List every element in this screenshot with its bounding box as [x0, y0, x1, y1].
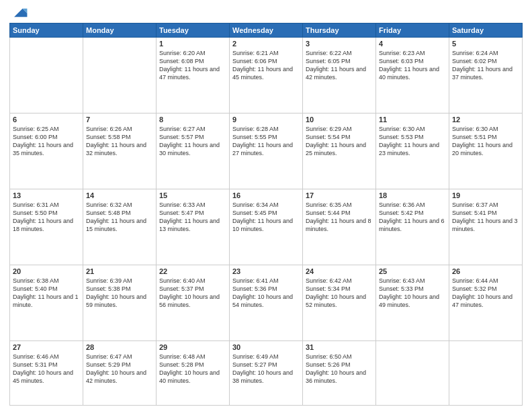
day-number: 2 — [232, 40, 300, 48]
day-number: 30 — [232, 343, 300, 351]
day-info: Sunrise: 6:39 AM Sunset: 5:38 PM Dayligh… — [86, 277, 153, 310]
calendar-cell: 18Sunrise: 6:36 AM Sunset: 5:42 PM Dayli… — [376, 189, 449, 265]
day-number: 7 — [86, 116, 153, 124]
calendar-cell — [83, 38, 157, 113]
day-number: 23 — [232, 267, 300, 275]
calendar-week-3: 13Sunrise: 6:31 AM Sunset: 5:50 PM Dayli… — [10, 189, 523, 265]
calendar-week-4: 20Sunrise: 6:38 AM Sunset: 5:40 PM Dayli… — [10, 265, 523, 340]
calendar-header-saturday: Saturday — [449, 24, 523, 38]
day-number: 10 — [306, 116, 373, 124]
day-number: 11 — [379, 116, 446, 124]
day-info: Sunrise: 6:35 AM Sunset: 5:44 PM Dayligh… — [306, 201, 373, 234]
day-number: 22 — [159, 267, 226, 275]
day-info: Sunrise: 6:28 AM Sunset: 5:55 PM Dayligh… — [232, 125, 300, 158]
calendar-header-sunday: Sunday — [10, 24, 83, 38]
calendar-week-2: 6Sunrise: 6:25 AM Sunset: 6:00 PM Daylig… — [10, 113, 523, 189]
calendar-cell: 3Sunrise: 6:22 AM Sunset: 6:05 PM Daylig… — [303, 38, 376, 113]
logo-icon — [9, 7, 28, 19]
calendar-cell: 10Sunrise: 6:29 AM Sunset: 5:54 PM Dayli… — [303, 113, 376, 189]
calendar-cell: 27Sunrise: 6:46 AM Sunset: 5:31 PM Dayli… — [10, 340, 83, 405]
day-info: Sunrise: 6:50 AM Sunset: 5:26 PM Dayligh… — [306, 353, 373, 385]
calendar-cell: 23Sunrise: 6:41 AM Sunset: 5:36 PM Dayli… — [230, 265, 303, 340]
day-number: 26 — [452, 267, 519, 275]
day-number: 24 — [306, 267, 373, 275]
day-info: Sunrise: 6:48 AM Sunset: 5:28 PM Dayligh… — [159, 353, 226, 385]
calendar-cell: 16Sunrise: 6:34 AM Sunset: 5:45 PM Dayli… — [230, 189, 303, 265]
calendar-cell: 9Sunrise: 6:28 AM Sunset: 5:55 PM Daylig… — [230, 113, 303, 189]
calendar-header-row: SundayMondayTuesdayWednesdayThursdayFrid… — [10, 24, 523, 38]
calendar-header-friday: Friday — [376, 24, 449, 38]
calendar-week-5: 27Sunrise: 6:46 AM Sunset: 5:31 PM Dayli… — [10, 340, 523, 405]
day-number: 13 — [13, 191, 80, 199]
day-info: Sunrise: 6:29 AM Sunset: 5:54 PM Dayligh… — [306, 125, 373, 158]
calendar-cell: 4Sunrise: 6:23 AM Sunset: 6:03 PM Daylig… — [376, 38, 449, 113]
day-info: Sunrise: 6:33 AM Sunset: 5:47 PM Dayligh… — [159, 201, 226, 234]
calendar-header-monday: Monday — [83, 24, 157, 38]
calendar-header-thursday: Thursday — [303, 24, 376, 38]
calendar-cell: 11Sunrise: 6:30 AM Sunset: 5:53 PM Dayli… — [376, 113, 449, 189]
day-number: 21 — [86, 267, 153, 275]
day-info: Sunrise: 6:47 AM Sunset: 5:29 PM Dayligh… — [86, 353, 153, 385]
calendar-cell: 24Sunrise: 6:42 AM Sunset: 5:34 PM Dayli… — [303, 265, 376, 340]
calendar-cell: 17Sunrise: 6:35 AM Sunset: 5:44 PM Dayli… — [303, 189, 376, 265]
day-number: 19 — [452, 191, 519, 199]
day-number: 1 — [159, 40, 226, 48]
calendar-cell — [376, 340, 449, 405]
day-number: 9 — [232, 116, 300, 124]
day-number: 8 — [159, 116, 226, 124]
calendar-cell: 8Sunrise: 6:27 AM Sunset: 5:57 PM Daylig… — [157, 113, 230, 189]
calendar-cell: 1Sunrise: 6:20 AM Sunset: 6:08 PM Daylig… — [157, 38, 230, 113]
day-number: 27 — [13, 343, 80, 351]
day-number: 28 — [86, 343, 153, 351]
day-number: 6 — [13, 116, 80, 124]
logo — [9, 7, 31, 19]
day-info: Sunrise: 6:23 AM Sunset: 6:03 PM Dayligh… — [379, 49, 446, 82]
calendar-cell: 31Sunrise: 6:50 AM Sunset: 5:26 PM Dayli… — [303, 340, 376, 405]
day-number: 15 — [159, 191, 226, 199]
calendar-cell — [449, 340, 523, 405]
calendar-cell: 15Sunrise: 6:33 AM Sunset: 5:47 PM Dayli… — [157, 189, 230, 265]
calendar-cell: 25Sunrise: 6:43 AM Sunset: 5:33 PM Dayli… — [376, 265, 449, 340]
calendar-cell: 21Sunrise: 6:39 AM Sunset: 5:38 PM Dayli… — [83, 265, 157, 340]
page: SundayMondayTuesdayWednesdayThursdayFrid… — [0, 0, 532, 411]
day-info: Sunrise: 6:36 AM Sunset: 5:42 PM Dayligh… — [379, 201, 446, 234]
day-info: Sunrise: 6:49 AM Sunset: 5:27 PM Dayligh… — [232, 353, 300, 385]
day-info: Sunrise: 6:30 AM Sunset: 5:53 PM Dayligh… — [379, 125, 446, 158]
day-number: 14 — [86, 191, 153, 199]
calendar-cell: 30Sunrise: 6:49 AM Sunset: 5:27 PM Dayli… — [230, 340, 303, 405]
day-info: Sunrise: 6:24 AM Sunset: 6:02 PM Dayligh… — [452, 49, 519, 82]
day-number: 17 — [306, 191, 373, 199]
calendar-cell: 13Sunrise: 6:31 AM Sunset: 5:50 PM Dayli… — [10, 189, 83, 265]
day-info: Sunrise: 6:31 AM Sunset: 5:50 PM Dayligh… — [13, 201, 80, 234]
day-number: 16 — [232, 191, 300, 199]
day-number: 20 — [13, 267, 80, 275]
day-number: 4 — [379, 40, 446, 48]
day-info: Sunrise: 6:25 AM Sunset: 6:00 PM Dayligh… — [13, 125, 80, 158]
calendar-cell: 14Sunrise: 6:32 AM Sunset: 5:48 PM Dayli… — [83, 189, 157, 265]
calendar-cell: 20Sunrise: 6:38 AM Sunset: 5:40 PM Dayli… — [10, 265, 83, 340]
day-info: Sunrise: 6:40 AM Sunset: 5:37 PM Dayligh… — [159, 277, 226, 310]
day-info: Sunrise: 6:37 AM Sunset: 5:41 PM Dayligh… — [452, 201, 519, 234]
day-number: 12 — [452, 116, 519, 124]
calendar-cell: 5Sunrise: 6:24 AM Sunset: 6:02 PM Daylig… — [449, 38, 523, 113]
calendar-cell — [10, 38, 83, 113]
day-info: Sunrise: 6:32 AM Sunset: 5:48 PM Dayligh… — [86, 201, 153, 234]
day-number: 5 — [452, 40, 519, 48]
calendar-cell: 7Sunrise: 6:26 AM Sunset: 5:58 PM Daylig… — [83, 113, 157, 189]
calendar-header-tuesday: Tuesday — [157, 24, 230, 38]
day-info: Sunrise: 6:46 AM Sunset: 5:31 PM Dayligh… — [13, 353, 80, 385]
day-number: 29 — [159, 343, 226, 351]
day-number: 18 — [379, 191, 446, 199]
day-number: 31 — [306, 343, 373, 351]
day-info: Sunrise: 6:38 AM Sunset: 5:40 PM Dayligh… — [13, 277, 80, 310]
calendar-cell: 28Sunrise: 6:47 AM Sunset: 5:29 PM Dayli… — [83, 340, 157, 405]
calendar-table: SundayMondayTuesdayWednesdayThursdayFrid… — [9, 23, 523, 406]
day-number: 25 — [379, 267, 446, 275]
calendar-week-1: 1Sunrise: 6:20 AM Sunset: 6:08 PM Daylig… — [10, 38, 523, 113]
calendar-cell: 22Sunrise: 6:40 AM Sunset: 5:37 PM Dayli… — [157, 265, 230, 340]
calendar-cell: 2Sunrise: 6:21 AM Sunset: 6:06 PM Daylig… — [230, 38, 303, 113]
day-info: Sunrise: 6:22 AM Sunset: 6:05 PM Dayligh… — [306, 49, 373, 82]
day-info: Sunrise: 6:42 AM Sunset: 5:34 PM Dayligh… — [306, 277, 373, 310]
day-info: Sunrise: 6:21 AM Sunset: 6:06 PM Dayligh… — [232, 49, 300, 82]
calendar-cell: 26Sunrise: 6:44 AM Sunset: 5:32 PM Dayli… — [449, 265, 523, 340]
